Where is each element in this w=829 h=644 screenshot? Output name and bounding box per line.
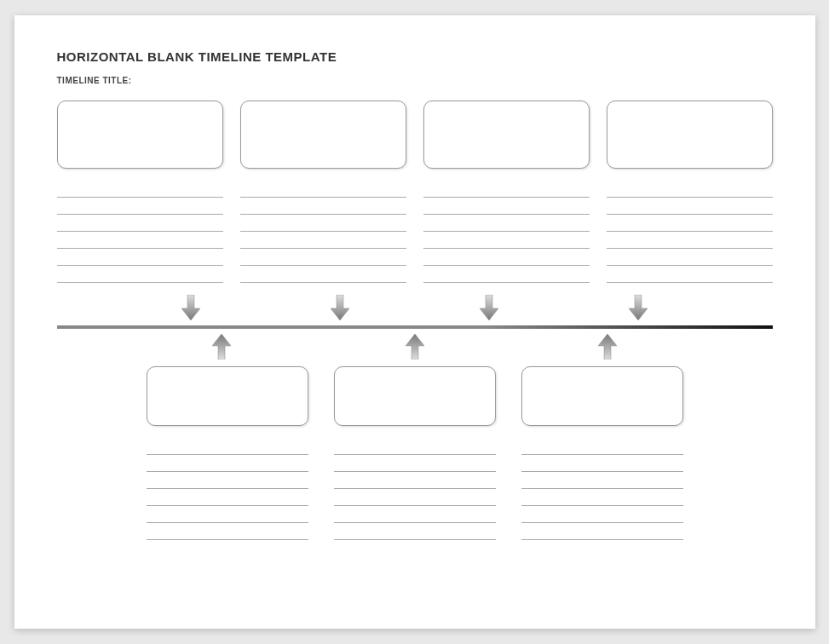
- bottom-events-row: [57, 366, 773, 540]
- writing-line[interactable]: [240, 249, 406, 266]
- writing-line[interactable]: [521, 472, 683, 489]
- template-title: HORIZONTAL BLANK TIMELINE TEMPLATE: [57, 49, 773, 64]
- writing-line[interactable]: [147, 489, 308, 506]
- arrow-down-icon: [480, 295, 498, 320]
- writing-line[interactable]: [57, 215, 223, 232]
- event-lines: [607, 181, 773, 283]
- writing-line[interactable]: [521, 506, 683, 523]
- up-arrows-row: [57, 334, 773, 359]
- writing-line[interactable]: [607, 232, 773, 249]
- writing-line[interactable]: [57, 249, 223, 266]
- writing-line[interactable]: [423, 181, 590, 198]
- arrow-down-icon: [629, 295, 648, 320]
- event-box[interactable]: [607, 101, 773, 169]
- top-event-1: [57, 101, 223, 283]
- writing-line[interactable]: [334, 489, 496, 506]
- arrow-up-icon: [598, 334, 617, 359]
- writing-line[interactable]: [57, 181, 223, 198]
- writing-line[interactable]: [147, 455, 308, 472]
- event-box[interactable]: [147, 366, 308, 426]
- writing-line[interactable]: [240, 232, 406, 249]
- writing-line[interactable]: [57, 198, 223, 215]
- writing-line[interactable]: [334, 472, 496, 489]
- writing-line[interactable]: [334, 438, 496, 455]
- event-box[interactable]: [334, 366, 496, 426]
- down-arrows-row: [57, 295, 773, 320]
- top-event-4: [607, 101, 773, 283]
- writing-line[interactable]: [57, 266, 223, 283]
- event-lines: [423, 181, 590, 283]
- writing-line[interactable]: [607, 198, 773, 215]
- timeline-axis: [57, 325, 773, 329]
- arrow-down-icon: [181, 295, 200, 320]
- writing-line[interactable]: [521, 523, 683, 540]
- writing-line[interactable]: [147, 438, 308, 455]
- writing-line[interactable]: [334, 455, 496, 472]
- bottom-event-1: [147, 366, 308, 540]
- writing-line[interactable]: [607, 215, 773, 232]
- event-box[interactable]: [240, 101, 406, 169]
- top-events-row: [57, 101, 773, 283]
- bottom-event-3: [521, 366, 683, 540]
- writing-line[interactable]: [521, 489, 683, 506]
- writing-line[interactable]: [147, 506, 308, 523]
- writing-line[interactable]: [147, 472, 308, 489]
- top-event-3: [423, 101, 590, 283]
- event-lines: [521, 438, 683, 540]
- event-lines: [240, 181, 406, 283]
- event-lines: [334, 438, 496, 540]
- writing-line[interactable]: [423, 249, 590, 266]
- event-lines: [57, 181, 223, 283]
- arrow-up-icon: [212, 334, 231, 359]
- writing-line[interactable]: [240, 181, 406, 198]
- writing-line[interactable]: [607, 181, 773, 198]
- timeline-content: [57, 101, 773, 612]
- bottom-event-2: [334, 366, 496, 540]
- event-box[interactable]: [521, 366, 683, 426]
- writing-line[interactable]: [334, 506, 496, 523]
- writing-line[interactable]: [423, 232, 590, 249]
- writing-line[interactable]: [334, 523, 496, 540]
- writing-line[interactable]: [423, 215, 590, 232]
- document-page: HORIZONTAL BLANK TIMELINE TEMPLATE TIMEL…: [14, 15, 815, 629]
- writing-line[interactable]: [607, 266, 773, 283]
- event-box[interactable]: [423, 101, 590, 169]
- writing-line[interactable]: [521, 438, 683, 455]
- timeline-title-label: TIMELINE TITLE:: [57, 76, 773, 85]
- writing-line[interactable]: [240, 266, 406, 283]
- writing-line[interactable]: [57, 232, 223, 249]
- event-lines: [147, 438, 308, 540]
- writing-line[interactable]: [521, 455, 683, 472]
- arrow-down-icon: [331, 295, 349, 320]
- writing-line[interactable]: [240, 215, 406, 232]
- writing-line[interactable]: [607, 249, 773, 266]
- arrow-up-icon: [406, 334, 424, 359]
- writing-line[interactable]: [423, 266, 590, 283]
- writing-line[interactable]: [147, 523, 308, 540]
- event-box[interactable]: [57, 101, 223, 169]
- top-event-2: [240, 101, 406, 283]
- writing-line[interactable]: [240, 198, 406, 215]
- writing-line[interactable]: [423, 198, 590, 215]
